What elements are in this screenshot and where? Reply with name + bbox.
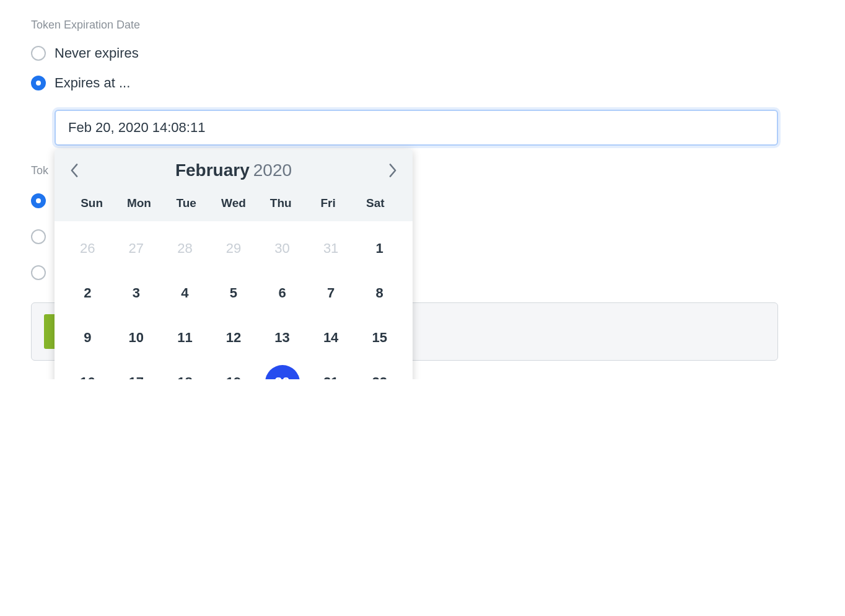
radio-icon	[31, 229, 46, 244]
calendar-day-cell[interactable]: 26	[63, 226, 112, 271]
calendar-weekday-header: Wed	[210, 190, 257, 219]
green-strip-indicator	[44, 314, 55, 349]
calendar-day-cell[interactable]: 19	[209, 360, 258, 379]
calendar-weekday-header: Sun	[68, 190, 115, 219]
calendar-day-cell[interactable]: 16	[63, 360, 112, 379]
radio-label: Never expires	[55, 45, 139, 61]
calendar-day-cell[interactable]: 4	[160, 271, 209, 315]
calendar-day-cell[interactable]: 6	[258, 271, 307, 315]
calendar-day-cell[interactable]: 2	[63, 271, 112, 315]
expires-at-option[interactable]: Expires at ...	[31, 75, 814, 91]
calendar-weekday-header: Sat	[352, 190, 399, 219]
calendar-day-cell[interactable]: 17	[112, 360, 161, 379]
calendar-day-cell[interactable]: 13	[258, 315, 307, 360]
calendar-day-cell[interactable]: 18	[160, 360, 209, 379]
calendar-title[interactable]: February2020	[175, 161, 292, 180]
calendar-day-cell[interactable]: 11	[160, 315, 209, 360]
calendar-day-cell[interactable]: 7	[307, 271, 356, 315]
chevron-left-icon	[70, 164, 79, 177]
calendar-next-button[interactable]	[387, 164, 399, 177]
calendar-day-cell[interactable]: 14	[307, 315, 356, 360]
calendar-weekday-header: Tue	[163, 190, 210, 219]
calendar-day-cell[interactable]: 10	[112, 315, 161, 360]
calendar-weekday-header: Mon	[115, 190, 162, 219]
calendar-day-cell[interactable]: 28	[160, 226, 209, 271]
calendar-day-cell[interactable]: 31	[307, 226, 356, 271]
calendar-day-cell[interactable]: 29	[209, 226, 258, 271]
section-title: Token Expiration Date	[31, 19, 814, 32]
calendar-day-cell[interactable]: 27	[112, 226, 161, 271]
radio-selected-icon	[31, 76, 46, 90]
calendar-year: 2020	[253, 161, 292, 180]
calendar-day-cell[interactable]: 12	[209, 315, 258, 360]
calendar-day-cell[interactable]: 9	[63, 315, 112, 360]
calendar-day-cell[interactable]: 21	[307, 360, 356, 379]
expiration-date-input[interactable]	[55, 110, 778, 146]
date-picker-popover: February2020 SunMonTueWedThuFriSat 26272…	[55, 149, 413, 379]
radio-selected-icon	[31, 193, 46, 208]
calendar-day-cell[interactable]: 3	[112, 271, 161, 315]
calendar-day-cell[interactable]: 22	[355, 360, 404, 379]
radio-label: Expires at ...	[55, 75, 130, 91]
calendar-weekday-header: Thu	[257, 190, 304, 219]
calendar-day-cell[interactable]: 20	[258, 360, 307, 379]
radio-icon	[31, 46, 46, 61]
chevron-right-icon	[388, 164, 397, 177]
calendar-day-cell[interactable]: 30	[258, 226, 307, 271]
calendar-weekday-header: Fri	[304, 190, 351, 219]
calendar-day-cell[interactable]: 5	[209, 271, 258, 315]
calendar-month: February	[175, 161, 250, 180]
radio-icon	[31, 265, 46, 280]
calendar-day-cell[interactable]: 15	[355, 315, 404, 360]
never-expires-option[interactable]: Never expires	[31, 45, 814, 61]
calendar-day-cell[interactable]: 8	[355, 271, 404, 315]
calendar-prev-button[interactable]	[68, 164, 81, 177]
calendar-day-cell[interactable]: 1	[355, 226, 404, 271]
